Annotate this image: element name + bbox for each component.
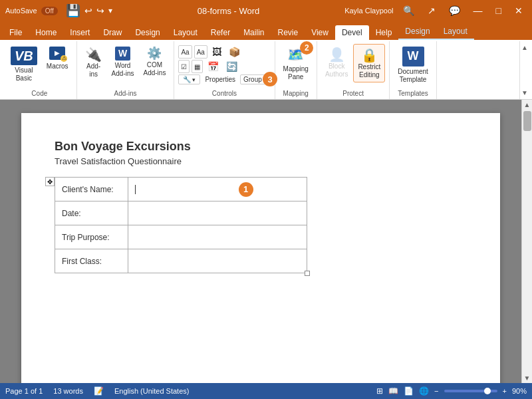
tab-review[interactable]: Revie [271, 25, 305, 40]
document-page: Bon Voyage Excursions Travel Satisfactio… [21, 113, 500, 383]
user-name: Kayla Claypool [344, 7, 393, 15]
visual-basic-button[interactable]: VB VisualBasic [7, 44, 41, 85]
block-authors-button[interactable]: 👤 BlockAuthors [321, 44, 352, 81]
undo-button[interactable]: ↩ [84, 5, 92, 16]
tab-home[interactable]: Home [29, 25, 63, 40]
word-count: 13 words [53, 387, 83, 395]
text-cursor [135, 185, 136, 194]
repeating-section-control[interactable]: 🔄 [223, 60, 240, 73]
add-ins-label: Add-ins [86, 63, 100, 78]
trip-purpose-input[interactable] [128, 225, 307, 249]
tab-view[interactable]: View [305, 25, 335, 40]
print-layout-icon[interactable]: 📄 [404, 386, 414, 396]
table-row: Trip Purpose: [55, 225, 307, 249]
checkbox-control[interactable]: ☑ [178, 60, 190, 73]
picture-control[interactable]: 🖼 [209, 45, 224, 59]
rich-text-control[interactable]: Aa [194, 45, 207, 59]
scroll-down-arrow[interactable]: ▼ [522, 373, 532, 383]
web-layout-icon[interactable]: 🌐 [419, 386, 429, 396]
code-buttons: VB VisualBasic ▶ ⚠ Macros [7, 44, 72, 88]
ribbon-tabs: File Home Insert Draw Design Layout Refe… [0, 21, 532, 40]
scroll-up-arrow[interactable]: ▲ [522, 100, 532, 110]
ribbon: VB VisualBasic ▶ ⚠ Macros Code 🔌 Add-ins [0, 40, 532, 100]
comments-icon[interactable]: 💬 [445, 4, 464, 17]
mapping-pane-label: MappingPane [283, 65, 309, 81]
legacy-tools-button[interactable]: 🔧▾ [178, 74, 200, 84]
add-ins-button[interactable]: 🔌 Add-ins [81, 44, 106, 81]
macros-button[interactable]: ▶ ⚠ Macros [43, 44, 72, 73]
zoom-slider[interactable] [444, 390, 497, 392]
com-add-ins-label: COMAdd-ins [144, 61, 166, 77]
search-icon[interactable]: 🔍 [399, 4, 418, 17]
trip-purpose-label: Trip Purpose: [55, 225, 128, 249]
word-add-ins-button[interactable]: W WordAdd-ins [108, 44, 138, 80]
protect-buttons: 👤 BlockAuthors 🔒 RestrictEditing [321, 44, 385, 88]
group-code: VB VisualBasic ▶ ⚠ Macros Code [3, 41, 77, 99]
controls-group-label: Controls [212, 88, 237, 99]
date-picker-control[interactable]: 📅 [205, 60, 221, 73]
table-row: Date: [55, 201, 307, 225]
templates-buttons: W DocumentTemplate [394, 44, 432, 88]
group-add-ins: 🔌 Add-ins W WordAdd-ins ⚙️ COMAdd-ins Ad… [77, 41, 175, 99]
zoom-in-button[interactable]: + [503, 387, 507, 395]
tab-insert[interactable]: Insert [63, 25, 96, 40]
title-bar-left: AutoSave Off 💾 ↩ ↪ ▾ [5, 3, 112, 18]
zoom-percent[interactable]: 90% [512, 387, 527, 395]
proofing-icon[interactable]: 📝 [94, 386, 104, 396]
date-input[interactable] [128, 201, 307, 225]
tab-mailings[interactable]: Mailin [237, 25, 271, 40]
combo-box-control[interactable]: ▦ [192, 60, 203, 73]
templates-group-label: Templates [398, 88, 428, 99]
table-move-handle[interactable]: ✥ [45, 177, 55, 186]
restrict-editing-label: RestrictEditing [358, 63, 380, 79]
tab-developer[interactable]: Devel [335, 25, 369, 40]
tab-design-page[interactable]: Design [128, 25, 166, 40]
minimize-button[interactable]: — [469, 4, 487, 17]
autosave-toggle[interactable]: Off [41, 7, 58, 15]
tab-references[interactable]: Refer [204, 25, 237, 40]
table-row: First Class: [55, 249, 307, 273]
com-add-ins-button[interactable]: ⚙️ COMAdd-ins [140, 44, 170, 80]
tab-file[interactable]: File [3, 25, 29, 40]
tab-help[interactable]: Help [369, 25, 399, 40]
vertical-scrollbar[interactable]: ▲ ▼ [521, 100, 532, 383]
restrict-editing-button[interactable]: 🔒 RestrictEditing [353, 44, 385, 82]
document-title: Bon Voyage Excursions [55, 140, 467, 154]
status-bar: Page 1 of 1 13 words 📝 English (United S… [0, 383, 532, 399]
mapping-pane-button[interactable]: 🗺️ 2 MappingPane [279, 44, 313, 84]
save-icon[interactable]: 💾 [66, 3, 80, 18]
title-bar: AutoSave Off 💾 ↩ ↪ ▾ 08-forms - Word Kay… [0, 0, 532, 21]
document-area: Bon Voyage Excursions Travel Satisfactio… [0, 100, 532, 383]
maximize-button[interactable]: □ [492, 4, 505, 17]
text-content-control[interactable]: Aa [178, 45, 192, 59]
mapping-group-label: Mapping [283, 88, 309, 99]
close-button[interactable]: ✕ [511, 4, 527, 17]
zoom-out-button[interactable]: − [434, 387, 438, 395]
scroll-thumb[interactable] [523, 111, 531, 131]
ribbon-scroll-down[interactable]: ▼ [521, 89, 528, 96]
language[interactable]: English (United States) [114, 387, 190, 395]
badge-3: 3 [263, 72, 277, 86]
doc-content: Bon Voyage Excursions Travel Satisfactio… [0, 100, 521, 383]
document-subtitle: Travel Satisfaction Questionnaire [55, 156, 467, 166]
document-template-button[interactable]: W DocumentTemplate [394, 44, 432, 86]
tab-draw[interactable]: Draw [96, 25, 128, 40]
clients-name-input[interactable]: 1 [128, 178, 307, 201]
focus-mode-icon[interactable]: ⊞ [376, 386, 383, 396]
table-resize-handle[interactable] [305, 271, 310, 276]
tab-layout-table[interactable]: Layout [437, 24, 474, 40]
ribbon-scroll-up[interactable]: ▲ [521, 44, 528, 51]
share-icon[interactable]: ↗ [424, 4, 440, 17]
building-block-control[interactable]: 📦 [226, 45, 243, 59]
zoom-thumb [484, 388, 491, 394]
read-mode-icon[interactable]: 📖 [388, 386, 398, 396]
redo-button[interactable]: ↪ [96, 5, 104, 16]
first-class-input[interactable] [128, 249, 307, 273]
tab-layout-page[interactable]: Layout [167, 25, 204, 40]
protect-group-label: Protect [342, 88, 364, 99]
properties-button[interactable]: Properties [202, 74, 238, 84]
clients-name-label: Client's Name: [55, 178, 128, 201]
tab-design-table[interactable]: Design [398, 24, 436, 40]
badge-1: 1 [239, 182, 253, 197]
status-right: ⊞ 📖 📄 🌐 − + 90% [376, 386, 527, 396]
